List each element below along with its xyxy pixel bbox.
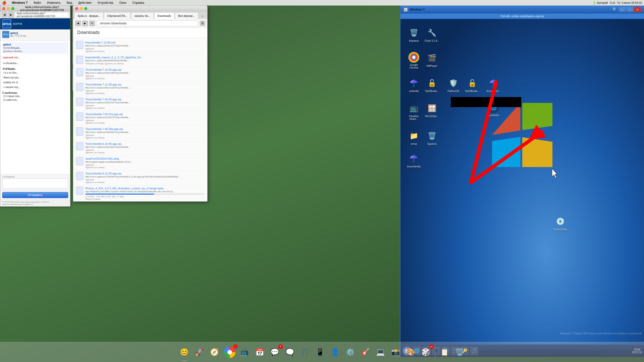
- win7-taig2[interactable]: 🔓 TaG0Break...: [463, 77, 481, 93]
- win7-close-btn[interactable]: ✕: [634, 7, 641, 12]
- maximize-button[interactable]: [11, 7, 14, 10]
- win7-tinyumbrella3[interactable]: ☂️ tinyumbrella: [405, 152, 423, 168]
- win7-taig1[interactable]: 🔓 TaiGBreak...: [423, 77, 441, 93]
- tab-2[interactable]: OdysseusOTA...: [104, 12, 131, 19]
- download-actions[interactable]: Показать в Finder Удалить из списка: [85, 62, 204, 65]
- download-name[interactable]: tinyumbrella_macos_8_2_0_53_AppOnly_Int.…: [85, 56, 204, 59]
- menu-actions[interactable]: Действия: [77, 1, 93, 5]
- win7-settings-icon[interactable]: ⚙️: [612, 7, 616, 11]
- download-actions[interactable]: Удалить из списка: [85, 122, 204, 124]
- minimize-button[interactable]: [7, 7, 10, 10]
- dock-finder[interactable]: 😊 Finder: [178, 345, 191, 359]
- dock-terminal[interactable]: 💻: [374, 345, 387, 359]
- download-name[interactable]: TinyUmbrella-6.14.00.app.zip: [85, 142, 204, 145]
- dock-unknown1[interactable]: 🎨: [404, 345, 418, 359]
- win7-minimize-btn[interactable]: —: [619, 7, 626, 12]
- download-actions[interactable]: Удалить из списка: [85, 181, 204, 184]
- dock-calendar[interactable]: 📅: [253, 345, 267, 359]
- dock-photos[interactable]: 📸: [389, 345, 403, 359]
- download-status: Удалено: [85, 89, 204, 92]
- menu-window[interactable]: Окно: [118, 1, 128, 5]
- win7-window: 🪟 Windows 7 ⚙️ — □ ✕ Ctrl+Alt, чтобы осв…: [400, 6, 644, 357]
- dock-chrome[interactable]: 1: [223, 345, 236, 359]
- new-tab-button[interactable]: +: [200, 13, 205, 19]
- win7-itaithw[interactable]: 🛡️ iTaithw156: [445, 77, 462, 93]
- tab-5[interactable]: Все версии...: [175, 12, 198, 19]
- win7-parallels[interactable]: 📺 Parallels Share...: [405, 102, 423, 120]
- download-url: http://support.apple.com/downloads/DL157…: [85, 161, 204, 163]
- menu-devices[interactable]: Устройства: [96, 1, 115, 5]
- download-name[interactable]: JavaForOSX2014-001.dmg: [85, 157, 204, 160]
- close-button[interactable]: [2, 7, 5, 10]
- download-name[interactable]: TinyUmbrella-7.00.00a.app.zip: [85, 127, 204, 130]
- address-bar[interactable]: chrome://downloads: [96, 20, 198, 26]
- dock-launchpad[interactable]: 🚀: [193, 345, 206, 359]
- itunes-icon: 🎵: [301, 348, 309, 356]
- menu-help[interactable]: Справка: [131, 1, 146, 5]
- back-button[interactable]: ◀: [2, 12, 7, 18]
- apple-menu[interactable]: 🍎: [2, 1, 6, 5]
- tab-downloads[interactable]: Downloads: [154, 12, 174, 19]
- dock-systemprefs[interactable]: ⚙️: [344, 345, 357, 359]
- download-actions[interactable]: Удалить из списка: [85, 151, 204, 154]
- download-name[interactable]: TinyUmbrella-7.11.00.app.zip: [85, 83, 204, 86]
- tab-3[interactable]: скачать Itu...: [131, 12, 153, 19]
- download-name[interactable]: TinyUmbrella-6.12.00.app.zip: [85, 172, 204, 175]
- download-actions[interactable]: Удалить из списка: [85, 77, 204, 80]
- win7-recycle-bin[interactable]: 🗑️ Корзина: [405, 27, 423, 42]
- win7-itools[interactable]: 🔧 iTools 3.1.8...: [423, 27, 441, 42]
- dock-messages[interactable]: 💬 9: [268, 345, 282, 359]
- chrome-refresh[interactable]: ↻: [89, 21, 95, 26]
- download-actions[interactable]: Удалить из списка: [85, 50, 204, 53]
- send-button[interactable]: Отправить: [2, 192, 68, 198]
- setor-label: сетор: [411, 143, 417, 145]
- win7-itunes-setup[interactable]: 💿 iTunesSetup: [551, 215, 569, 231]
- download-name[interactable]: TinyUmbrella-7.02.01a.app.zip: [85, 113, 204, 116]
- pda-url-bar[interactable]: 4pda.ru/forum/index.php?act=qms&mid=4148…: [15, 12, 69, 17]
- menu-view[interactable]: Вид: [65, 1, 74, 5]
- win7-setor[interactable]: 📁 сетор: [405, 130, 423, 145]
- chrome-maximize[interactable]: [84, 7, 87, 10]
- dock-safari[interactable]: 🧭: [208, 345, 221, 359]
- chrome-menu[interactable]: ☰: [200, 21, 205, 26]
- chrome-back[interactable]: ◀: [75, 21, 81, 26]
- chrome-forward[interactable]: ▶: [82, 21, 88, 26]
- win7-win32[interactable]: 🪟 Win32Ope...: [423, 102, 441, 118]
- win7-kmplayer[interactable]: 🎬 KMPlayer: [423, 52, 441, 67]
- download-name[interactable]: iPhone_4_iOS_4.3.3_NO_Activation_custom_…: [85, 187, 204, 190]
- dock-finder2[interactable]: 📋: [438, 345, 452, 359]
- download-name[interactable]: tinyumbrella-7.12.00.exe: [85, 41, 204, 44]
- download-actions[interactable]: Удалить из списка: [85, 166, 204, 169]
- message-textarea[interactable]: [2, 178, 68, 189]
- menu-windows7[interactable]: Windows 7: [10, 1, 29, 5]
- download-actions[interactable]: Удалить из списка: [85, 92, 204, 95]
- download-info: iPhone_4_iOS_4.3.3_NO_Activation_custom_…: [85, 187, 204, 200]
- download-info: tinyumbrella-7.12.00.exe http://cs4-1.4p…: [85, 41, 204, 53]
- dock-garageband[interactable]: 🎸: [359, 345, 372, 359]
- download-name[interactable]: TinyUmbrella-7.04.00.app.zip: [85, 98, 204, 101]
- win7-chrome[interactable]: Google Chrome: [405, 52, 423, 69]
- win7-tinyumbrella[interactable]: ☂️ tinyumbrell...: [485, 77, 502, 93]
- tab-1[interactable]: 4pda.ru - форум...: [74, 12, 103, 19]
- dock-appstore[interactable]: 📱: [313, 345, 327, 359]
- win7-maximize-btn[interactable]: □: [626, 7, 633, 12]
- menu-file[interactable]: Файл: [32, 1, 43, 5]
- chrome-close[interactable]: [75, 7, 78, 10]
- win7-umbrella[interactable]: ☂️ umbrella: [405, 77, 423, 93]
- download-actions[interactable]: Удалить из списка: [85, 137, 204, 139]
- dock-contacts[interactable]: 👤: [329, 345, 342, 359]
- dock-unknown2[interactable]: 🎲 98: [419, 345, 433, 359]
- download-actions[interactable]: Пауза Отмена: [85, 198, 204, 200]
- download-info: TinyUmbrella-6.12.00.app.zip http://cs3-…: [85, 172, 204, 184]
- dock-wechat[interactable]: 🗨️: [283, 345, 297, 359]
- chrome-minimize[interactable]: [80, 7, 83, 10]
- download-name[interactable]: TinyUmbrella-7.12.00.app.zip: [85, 68, 204, 71]
- dock-parallels[interactable]: 📺: [238, 345, 252, 359]
- dock-itunes[interactable]: 🎵: [298, 345, 312, 359]
- win7-delete[interactable]: 🗑️ Удалить: [423, 130, 441, 145]
- menu-edit[interactable]: Изменить: [46, 1, 62, 5]
- dock-trash[interactable]: 🗑️: [453, 345, 467, 359]
- download-actions[interactable]: Удалить из списка: [85, 107, 204, 109]
- forward-button[interactable]: ▶: [8, 12, 14, 18]
- download-status: Удалено: [85, 149, 204, 151]
